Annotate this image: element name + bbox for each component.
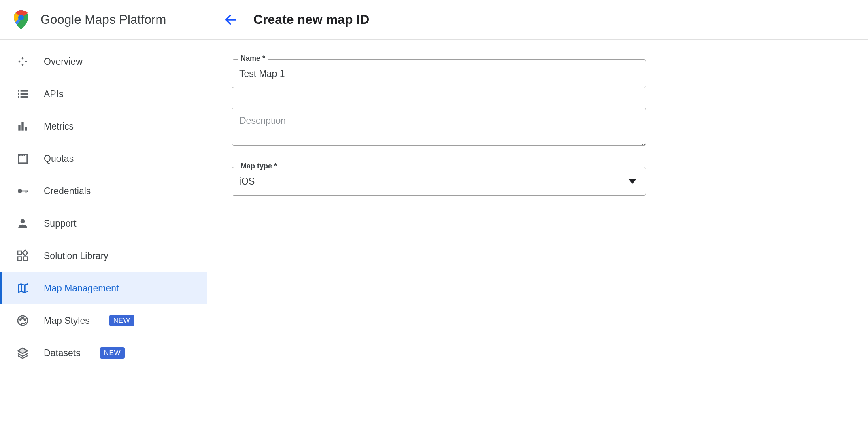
maptype-field-wrap: Map type * iOS — [232, 167, 646, 196]
sidebar-item-label: Datasets — [44, 348, 81, 359]
bar-chart-icon — [16, 120, 29, 133]
svg-rect-3 — [21, 90, 28, 92]
quota-icon — [16, 152, 29, 165]
sidebar-item-label: Credentials — [44, 186, 91, 197]
key-icon — [16, 185, 29, 198]
widgets-icon — [16, 249, 29, 262]
svg-rect-7 — [21, 96, 28, 98]
svg-rect-19 — [24, 257, 28, 261]
svg-point-16 — [21, 219, 25, 223]
list-icon — [16, 87, 29, 100]
google-maps-logo-icon — [13, 10, 29, 30]
overview-icon — [16, 55, 29, 68]
sidebar-item-credentials[interactable]: Credentials — [0, 175, 207, 207]
sidebar-item-label: APIs — [44, 89, 64, 100]
sidebar-item-solution-library[interactable]: Solution Library — [0, 240, 207, 272]
maptype-select[interactable]: iOS — [232, 167, 646, 196]
sidebar-item-label: Solution Library — [44, 251, 108, 261]
svg-point-22 — [20, 319, 21, 320]
name-input[interactable] — [232, 59, 646, 88]
svg-point-24 — [24, 319, 26, 320]
page-title: Create new map ID — [253, 12, 369, 27]
sidebar-item-overview[interactable]: Overview — [0, 45, 207, 78]
sidebar-item-map-management[interactable]: Map Management — [0, 272, 207, 304]
arrow-left-icon — [223, 13, 238, 27]
sidebar-item-map-styles[interactable]: Map Styles NEW — [0, 304, 207, 337]
svg-rect-13 — [21, 191, 28, 192]
back-button[interactable] — [223, 13, 238, 27]
person-icon — [16, 217, 29, 230]
svg-point-1 — [19, 15, 24, 20]
palette-icon — [16, 314, 29, 327]
main-header: Create new map ID — [207, 0, 868, 40]
svg-point-23 — [22, 317, 23, 319]
sidebar-item-quotas[interactable]: Quotas — [0, 142, 207, 175]
sidebar-item-metrics[interactable]: Metrics — [0, 110, 207, 142]
sidebar-item-label: Map Styles — [44, 315, 90, 326]
create-map-form: Name * Map type * iOS — [207, 40, 868, 196]
svg-rect-10 — [25, 127, 27, 130]
description-field-wrap — [232, 108, 646, 147]
new-badge: NEW — [100, 347, 125, 359]
sidebar-item-label: Quotas — [44, 153, 74, 164]
svg-point-12 — [18, 189, 22, 193]
sidebar-nav: Overview APIs Metrics Quotas — [0, 40, 207, 369]
svg-rect-17 — [18, 251, 21, 255]
sidebar: Google Maps Platform Overview APIs Metri — [0, 0, 207, 442]
sidebar-item-support[interactable]: Support — [0, 207, 207, 240]
sidebar-item-label: Map Management — [44, 283, 119, 294]
svg-rect-4 — [18, 93, 19, 95]
maptype-label: Map type * — [238, 162, 279, 170]
description-input[interactable] — [232, 108, 646, 146]
svg-rect-20 — [22, 250, 28, 255]
svg-rect-9 — [21, 122, 23, 130]
main-content: Create new map ID Name * Map type * iOS — [207, 0, 868, 442]
svg-rect-2 — [18, 90, 19, 92]
svg-rect-8 — [18, 125, 20, 130]
sidebar-item-apis[interactable]: APIs — [0, 78, 207, 110]
layers-icon — [16, 346, 29, 359]
svg-rect-6 — [18, 96, 19, 98]
svg-rect-14 — [26, 191, 27, 193]
sidebar-item-datasets[interactable]: Datasets NEW — [0, 337, 207, 369]
svg-rect-18 — [18, 257, 21, 261]
svg-rect-15 — [27, 191, 28, 192]
sidebar-header: Google Maps Platform — [0, 0, 207, 40]
name-field-wrap: Name * — [232, 59, 646, 88]
name-label: Name * — [238, 54, 268, 63]
sidebar-item-label: Support — [44, 218, 77, 229]
sidebar-item-label: Overview — [44, 56, 83, 67]
sidebar-item-label: Metrics — [44, 121, 74, 132]
product-title: Google Maps Platform — [40, 13, 166, 27]
map-icon — [16, 282, 29, 295]
new-badge: NEW — [109, 315, 134, 326]
svg-rect-5 — [21, 93, 28, 95]
